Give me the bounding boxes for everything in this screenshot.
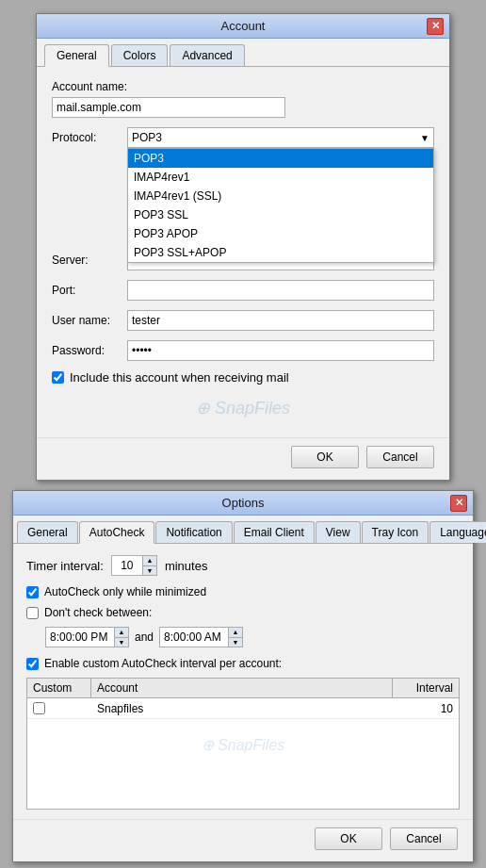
timer-spinner: ▲ ▼ <box>111 555 157 576</box>
timer-value-input[interactable] <box>112 556 142 575</box>
username-label: User name: <box>52 314 127 327</box>
tab-autocheck[interactable]: AutoCheck <box>79 521 155 544</box>
time-range-row: ▲ ▼ and ▲ ▼ <box>45 627 460 647</box>
tab-advanced[interactable]: Advanced <box>170 44 244 66</box>
time-from-spin-down[interactable]: ▼ <box>115 637 128 647</box>
protocol-section: POP3 ▼ POP3 IMAP4rev1 IMAP4rev1 (SSL) PO… <box>127 127 434 148</box>
account-close-button[interactable]: ✕ <box>427 18 444 35</box>
port-label: Port: <box>52 284 127 297</box>
account-titlebar: Account ✕ <box>37 14 449 39</box>
account-window: Account ✕ General Colors Advanced Accoun… <box>36 13 450 481</box>
options-title: Options <box>36 496 450 510</box>
table-header-row: Custom Account Interval <box>27 679 459 698</box>
minutes-label: minutes <box>165 559 208 573</box>
col-header-custom: Custom <box>27 679 91 697</box>
time-to-spin-down[interactable]: ▼ <box>229 637 242 647</box>
protocol-row: Protocol: POP3 ▼ POP3 IMAP4rev1 IMAP4rev… <box>52 127 434 148</box>
tab-view[interactable]: View <box>316 521 361 543</box>
time-from-spin-up[interactable]: ▲ <box>115 628 128 637</box>
protocol-arrow-icon: ▼ <box>420 133 429 143</box>
col-header-interval: Interval <box>393 679 459 697</box>
time-from-input[interactable] <box>46 628 114 647</box>
enable-custom-label: Enable custom AutoCheck interval per acc… <box>44 657 282 670</box>
table-row: Snapfiles 10 <box>27 698 459 719</box>
account-tab-bar: General Colors Advanced <box>37 39 449 67</box>
options-panel-body: Timer interval: ▲ ▼ minutes AutoCheck on… <box>13 544 473 819</box>
account-button-row: OK Cancel <box>37 437 449 480</box>
time-to-input[interactable] <box>160 628 228 647</box>
dont-check-label: Don't check between: <box>44 606 152 619</box>
username-input[interactable] <box>127 310 434 331</box>
row-custom-checkbox-cell <box>27 700 91 716</box>
account-name-label: Account name: <box>52 80 434 93</box>
tab-general[interactable]: General <box>44 44 109 67</box>
options-titlebar: Options ✕ <box>13 491 473 516</box>
protocol-option-imap4ssl[interactable]: IMAP4rev1 (SSL) <box>128 187 433 205</box>
protocol-combobox[interactable]: POP3 ▼ <box>127 127 434 148</box>
password-row: Password: <box>52 340 434 361</box>
time-to-spin-up[interactable]: ▲ <box>229 628 242 637</box>
account-title: Account <box>59 19 427 33</box>
include-account-row: Include this account when receiving mail <box>52 370 434 385</box>
tab-language[interactable]: Language <box>429 521 486 543</box>
protocol-option-pop3[interactable]: POP3 <box>128 149 433 168</box>
protocol-dropdown-list: POP3 IMAP4rev1 IMAP4rev1 (SSL) POP3 SSL … <box>127 148 434 263</box>
col-header-account: Account <box>91 679 393 697</box>
time-to-spinner: ▲ ▼ <box>159 627 243 647</box>
timer-spin-down-button[interactable]: ▼ <box>143 565 156 575</box>
row-account-cell: Snapfiles <box>91 700 393 717</box>
timer-spin-up-button[interactable]: ▲ <box>143 556 156 565</box>
options-close-button[interactable]: ✕ <box>450 495 467 512</box>
server-label: Server: <box>52 254 127 267</box>
username-row: User name: <box>52 310 434 331</box>
autocheck-minimized-checkbox[interactable] <box>26 586 39 598</box>
dont-check-checkbox[interactable] <box>26 607 39 619</box>
time-from-spinner: ▲ ▼ <box>45 627 129 647</box>
and-label: and <box>135 631 154 644</box>
timer-interval-label: Timer interval: <box>26 559 104 573</box>
protocol-option-pop3apop[interactable]: POP3 APOP <box>128 224 433 243</box>
options-ok-button[interactable]: OK <box>315 827 382 850</box>
options-tab-bar: General AutoCheck Notification Email Cli… <box>13 516 473 544</box>
autocheck-minimized-row: AutoCheck only while minimized <box>26 585 460 598</box>
account-name-input[interactable] <box>52 97 285 118</box>
dont-check-row: Don't check between: <box>26 606 460 619</box>
options-cancel-button[interactable]: Cancel <box>390 827 458 850</box>
time-from-spinner-buttons: ▲ ▼ <box>114 628 128 647</box>
tab-email-client[interactable]: Email Client <box>234 521 315 543</box>
timer-interval-row: Timer interval: ▲ ▼ minutes <box>26 555 460 576</box>
time-to-spinner-buttons: ▲ ▼ <box>228 628 242 647</box>
include-account-label: Include this account when receiving mail <box>70 370 289 385</box>
options-watermark: ⊕ SnapFiles <box>27 719 459 762</box>
protocol-label: Protocol: <box>52 131 127 144</box>
port-row: Port: <box>52 280 434 301</box>
include-account-checkbox[interactable] <box>52 371 64 384</box>
tab-colors[interactable]: Colors <box>111 44 169 66</box>
account-watermark: ⊕ SnapFiles <box>52 390 434 426</box>
password-label: Password: <box>52 344 127 357</box>
autocheck-minimized-label: AutoCheck only while minimized <box>44 585 206 598</box>
protocol-option-pop3sslapop[interactable]: POP3 SSL+APOP <box>128 243 433 262</box>
protocol-option-pop3ssl[interactable]: POP3 SSL <box>128 205 433 224</box>
port-input[interactable] <box>127 280 434 301</box>
protocol-selected-value: POP3 <box>132 131 162 144</box>
tab-tray-icon[interactable]: Tray Icon <box>362 521 429 543</box>
account-ok-button[interactable]: OK <box>291 446 359 468</box>
timer-spinner-buttons: ▲ ▼ <box>142 556 156 575</box>
password-input[interactable] <box>127 340 434 361</box>
account-name-section: Account name: <box>52 80 434 118</box>
account-cancel-button[interactable]: Cancel <box>366 446 434 468</box>
row-custom-checkbox[interactable] <box>33 702 45 714</box>
enable-custom-checkbox[interactable] <box>26 658 39 670</box>
tab-notification[interactable]: Notification <box>155 521 232 543</box>
enable-custom-row: Enable custom AutoCheck interval per acc… <box>26 657 460 670</box>
protocol-option-imap4[interactable]: IMAP4rev1 <box>128 168 433 187</box>
options-window: Options ✕ General AutoCheck Notification… <box>12 490 474 862</box>
row-interval-cell: 10 <box>393 700 459 717</box>
custom-interval-table: Custom Account Interval Snapfiles 10 ⊕ S… <box>26 678 460 810</box>
tab-options-general[interactable]: General <box>17 521 78 543</box>
options-button-row: OK Cancel <box>13 819 473 861</box>
account-panel-body: Account name: Protocol: POP3 ▼ POP3 IMAP… <box>37 67 449 437</box>
